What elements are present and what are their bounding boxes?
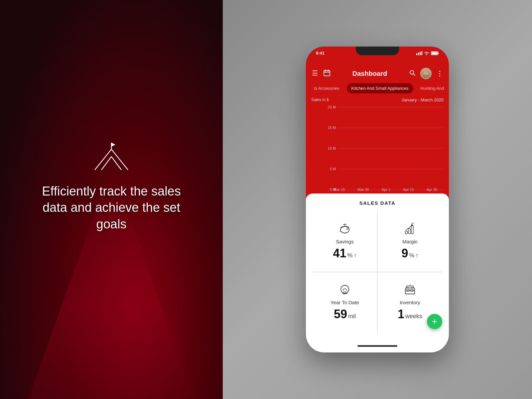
wifi-icon bbox=[424, 51, 429, 55]
left-content: Efficiently track the sales data and ach… bbox=[25, 133, 198, 239]
ytd-icon bbox=[339, 283, 351, 298]
svg-rect-23 bbox=[411, 226, 413, 234]
margin-unit: % bbox=[409, 252, 415, 259]
savings-icon bbox=[339, 222, 351, 237]
signal-icon bbox=[416, 51, 422, 55]
chart-area: Sales in $ January - March 2020 20 M 15 … bbox=[306, 97, 449, 197]
metric-savings: Savings 41 % ↑ bbox=[313, 211, 377, 272]
margin-number: 9 bbox=[401, 246, 408, 260]
savings-label: Savings bbox=[336, 239, 353, 244]
margin-value-row: 9 % ↑ bbox=[401, 246, 418, 260]
svg-rect-4 bbox=[420, 52, 421, 55]
sales-data-title: SALES DATA bbox=[313, 200, 442, 206]
app-header: ☰ Dashboard bbox=[306, 64, 449, 83]
header-left: ☰ bbox=[312, 69, 331, 78]
svg-rect-9 bbox=[324, 70, 330, 76]
status-time: 9:41 bbox=[316, 51, 325, 56]
svg-rect-32 bbox=[407, 289, 409, 291]
svg-rect-3 bbox=[418, 53, 419, 55]
savings-unit: % bbox=[347, 252, 353, 259]
x-label-apr15: Apr 15 bbox=[403, 188, 414, 192]
savings-value-row: 41 % ↑ bbox=[333, 246, 356, 260]
x-label-apr1: Apr 1 bbox=[382, 188, 390, 192]
chart-header: Sales in $ January - March 2020 bbox=[311, 97, 444, 102]
savings-arrow: ↑ bbox=[354, 252, 357, 259]
phone-notch-area: 9:41 bbox=[306, 47, 449, 64]
ytd-number: 59 bbox=[334, 307, 347, 321]
home-indicator bbox=[357, 345, 397, 347]
tab-accessories[interactable]: ts Accesories bbox=[309, 83, 344, 93]
svg-point-18 bbox=[346, 228, 348, 230]
tabs-row: ts Accesories Kitchen And Small Applianc… bbox=[306, 83, 449, 97]
svg-rect-22 bbox=[408, 228, 410, 234]
phone-bottom bbox=[306, 339, 449, 352]
header-right: ⋮ bbox=[409, 68, 443, 79]
metric-margin: Margin 9 % ↑ bbox=[377, 211, 442, 272]
svg-rect-33 bbox=[411, 289, 413, 291]
svg-point-17 bbox=[340, 226, 349, 233]
fab-icon: + bbox=[432, 316, 437, 327]
svg-point-15 bbox=[424, 71, 428, 75]
ytd-value-row: 59 mil bbox=[334, 307, 356, 321]
battery-icon bbox=[431, 51, 439, 55]
right-panel: 9:41 bbox=[223, 0, 532, 399]
menu-icon[interactable]: ☰ bbox=[312, 69, 318, 78]
tab-kitchen[interactable]: Kitchen And Small Appliances bbox=[347, 83, 413, 93]
avatar-face bbox=[421, 68, 431, 78]
svg-rect-2 bbox=[416, 53, 417, 55]
more-icon[interactable]: ⋮ bbox=[436, 69, 443, 77]
ytd-label: Year To Date bbox=[331, 300, 359, 305]
inventory-number: 1 bbox=[398, 307, 404, 321]
metrics-grid: Savings 41 % ↑ bbox=[313, 211, 442, 332]
chart-date-range: January - March 2020 bbox=[402, 97, 444, 102]
sales-data-section: SALES DATA Savings bbox=[306, 194, 449, 339]
svg-point-16 bbox=[422, 75, 429, 78]
margin-icon bbox=[404, 222, 416, 237]
inventory-unit: weeks bbox=[405, 313, 422, 320]
svg-line-14 bbox=[413, 74, 415, 76]
dashboard-title: Dashboard bbox=[331, 70, 409, 77]
ytd-unit: mil bbox=[348, 313, 356, 320]
svg-line-20 bbox=[340, 231, 341, 232]
inventory-label: Inventory bbox=[400, 300, 420, 305]
svg-rect-7 bbox=[438, 52, 439, 54]
fab-button[interactable]: + bbox=[427, 314, 442, 329]
svg-rect-5 bbox=[421, 51, 422, 55]
svg-marker-1 bbox=[111, 143, 115, 147]
metric-ytd: Year To Date 59 mil bbox=[313, 272, 377, 333]
avatar[interactable] bbox=[420, 68, 432, 79]
margin-label: Margin bbox=[402, 239, 418, 244]
svg-point-26 bbox=[411, 224, 413, 226]
status-icons bbox=[416, 51, 439, 55]
inventory-icon bbox=[404, 283, 416, 298]
tagline: Efficiently track the sales data and ach… bbox=[32, 183, 191, 232]
x-label-mar30: Mar 30 bbox=[357, 188, 369, 192]
x-label-apr30: Apr 30 bbox=[427, 188, 437, 192]
x-label-mar15: Mar 15 bbox=[333, 188, 345, 192]
chart-container: 20 M 15 M 10 M 5 M 0 M bbox=[311, 105, 444, 192]
savings-number: 41 bbox=[333, 246, 346, 260]
calendar-icon[interactable] bbox=[323, 69, 331, 78]
tab-hunting[interactable]: Hunting And bbox=[416, 83, 449, 93]
left-panel: Efficiently track the sales data and ach… bbox=[0, 0, 223, 399]
search-icon[interactable] bbox=[409, 69, 416, 77]
svg-rect-8 bbox=[432, 52, 438, 54]
bars-area bbox=[327, 105, 444, 182]
svg-rect-21 bbox=[405, 231, 407, 234]
x-labels: Mar 15 Mar 30 Apr 1 Apr 15 Apr 30 bbox=[327, 188, 444, 192]
margin-arrow: ↑ bbox=[416, 252, 419, 259]
mountain-icon bbox=[91, 140, 131, 173]
phone-mockup: 9:41 bbox=[306, 47, 449, 352]
chart-y-label: Sales in $ bbox=[311, 97, 329, 102]
status-bar: 9:41 bbox=[306, 51, 449, 56]
inventory-value-row: 1 weeks bbox=[398, 307, 422, 321]
